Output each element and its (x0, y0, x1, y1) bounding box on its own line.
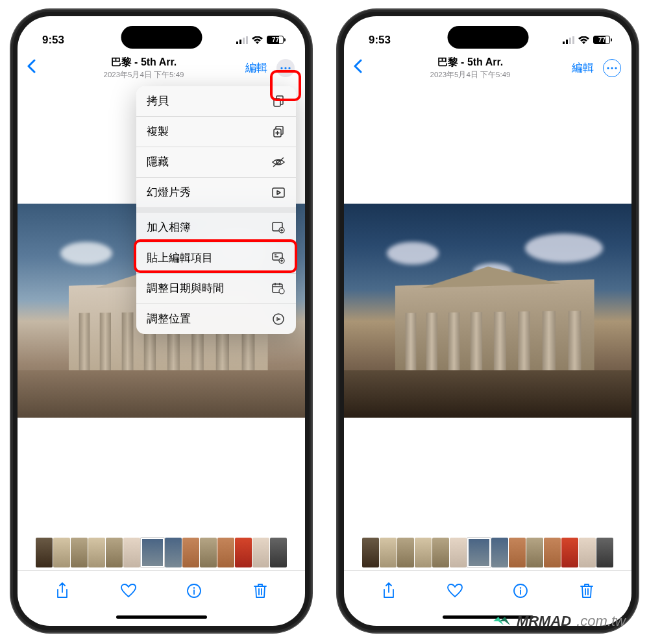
copy-icon (271, 94, 286, 108)
menu-label: 隱藏 (147, 155, 169, 169)
svg-rect-9 (274, 99, 280, 106)
nav-header: 巴黎 - 5th Arr. 2023年5月4日 下午5:49 編輯 (18, 52, 305, 86)
thumbnail[interactable] (106, 538, 123, 567)
thumbnail[interactable] (380, 538, 397, 567)
more-button[interactable] (276, 59, 295, 77)
edit-button[interactable]: 編輯 (245, 60, 267, 75)
trash-icon[interactable] (578, 582, 595, 599)
menu-item-paste-edits[interactable]: 貼上編輯項目 (136, 243, 296, 274)
thumbnail[interactable] (270, 538, 287, 567)
menu-label: 貼上編輯項目 (147, 251, 213, 265)
watermark-brand: MRMAD (517, 613, 571, 630)
edit-button[interactable]: 編輯 (572, 60, 594, 75)
phone-frame-left: 9:53 77 (11, 10, 312, 632)
back-button[interactable] (27, 59, 42, 77)
svg-rect-25 (563, 42, 565, 44)
back-button[interactable] (353, 59, 369, 77)
menu-item-hide[interactable]: 隱藏 (136, 147, 296, 178)
watermark: MRMAD.com.tw (492, 613, 626, 630)
thumbnail[interactable] (579, 538, 596, 567)
thumbnail[interactable] (200, 538, 217, 567)
menu-separator (136, 208, 296, 213)
thumbnail-strip[interactable] (344, 535, 631, 570)
cellular-signal-icon (236, 36, 248, 44)
status-time: 9:53 (42, 34, 64, 47)
phone-screen-right: 9:53 77 (344, 16, 631, 626)
thumbnail[interactable] (561, 538, 578, 567)
menu-label: 加入相簿 (147, 221, 191, 235)
svg-point-4 (280, 67, 282, 69)
nav-title-sub: 2023年5月4日 下午5:49 (42, 70, 245, 80)
menu-item-duplicate[interactable]: 複製 (136, 117, 296, 147)
svg-rect-27 (569, 38, 571, 44)
svg-point-31 (615, 67, 617, 69)
nav-title-main: 巴黎 - 5th Arr. (42, 56, 245, 69)
thumbnail[interactable] (182, 538, 199, 567)
more-button[interactable] (603, 59, 621, 77)
location-icon (271, 312, 286, 326)
thumbnail[interactable] (165, 538, 182, 567)
thumbnail[interactable] (71, 538, 88, 567)
thumbnail[interactable] (544, 538, 561, 567)
svg-rect-0 (236, 42, 238, 44)
phone-frame-right: 9:53 77 (337, 10, 638, 632)
thumbnail[interactable] (450, 538, 467, 567)
watermark-logo-icon (492, 615, 511, 628)
thumbnail-strip[interactable] (18, 535, 305, 570)
thumbnail[interactable] (397, 538, 414, 567)
share-icon[interactable] (54, 582, 71, 599)
wifi-icon (578, 36, 589, 44)
menu-item-copy[interactable]: 拷貝 (136, 86, 296, 117)
thumbnail[interactable] (415, 538, 432, 567)
thumbnail[interactable] (491, 538, 508, 567)
menu-item-slideshow[interactable]: 幻燈片秀 (136, 178, 296, 208)
thumbnail[interactable] (217, 538, 234, 567)
thumbnail[interactable] (53, 538, 70, 567)
thumbnail[interactable] (362, 538, 379, 567)
menu-label: 幻燈片秀 (147, 185, 191, 200)
share-icon[interactable] (380, 582, 397, 599)
nav-title-sub: 2023年5月4日 下午5:49 (369, 70, 572, 80)
photo-area[interactable] (344, 86, 631, 535)
info-icon[interactable] (186, 582, 202, 599)
menu-item-add-album[interactable]: 加入相簿 (136, 213, 296, 243)
thumbnail-active[interactable] (467, 538, 491, 567)
menu-item-adjust-location[interactable]: 調整位置 (136, 304, 296, 334)
bottom-toolbar (18, 570, 305, 608)
thumbnail[interactable] (36, 538, 53, 567)
home-indicator[interactable] (18, 608, 305, 626)
svg-point-8 (193, 587, 195, 588)
dynamic-island (447, 26, 528, 49)
thumbnail[interactable] (88, 538, 105, 567)
watermark-domain: .com.tw (576, 613, 626, 630)
info-icon[interactable] (512, 582, 529, 599)
svg-point-6 (288, 67, 290, 69)
menu-label: 調整日期與時間 (147, 281, 224, 296)
svg-line-12 (273, 158, 284, 167)
svg-rect-2 (243, 38, 245, 44)
thumbnail[interactable] (509, 538, 526, 567)
heart-icon[interactable] (447, 582, 463, 599)
thumbnail[interactable] (432, 538, 449, 567)
thumbnail[interactable] (596, 538, 613, 567)
status-time: 9:53 (369, 34, 391, 47)
thumbnail[interactable] (252, 538, 269, 567)
menu-item-adjust-date[interactable]: 調整日期與時間 (136, 274, 296, 304)
svg-point-33 (520, 587, 521, 588)
svg-point-30 (611, 67, 613, 69)
duplicate-icon (271, 125, 286, 139)
calendar-icon (271, 281, 286, 296)
thumbnail-active[interactable] (141, 538, 164, 567)
heart-icon[interactable] (120, 582, 137, 599)
bottom-toolbar (344, 570, 631, 608)
thumbnail[interactable] (123, 538, 140, 567)
dynamic-island (121, 26, 202, 49)
thumbnail[interactable] (235, 538, 252, 567)
battery-indicator: 77 (267, 36, 286, 44)
paste-edits-icon (271, 251, 286, 265)
thumbnail[interactable] (526, 538, 543, 567)
cellular-signal-icon (563, 36, 574, 44)
nav-header: 巴黎 - 5th Arr. 2023年5月4日 下午5:49 編輯 (344, 52, 631, 86)
photo-view-edited (344, 204, 631, 418)
trash-icon[interactable] (252, 582, 269, 599)
